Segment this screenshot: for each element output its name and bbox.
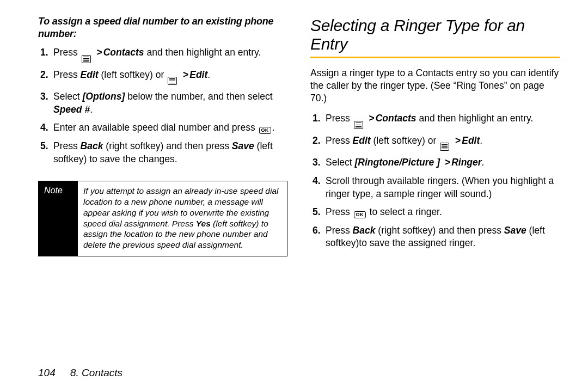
left-steps: 1.Press >Contacts and then highlight an … — [38, 46, 287, 171]
step-number: 2. — [313, 134, 321, 148]
note-body: If you attempt to assign an already in-u… — [78, 181, 287, 256]
menu-icon — [440, 143, 449, 151]
step-number: 2. — [40, 69, 48, 82]
step-item: 2.Press Edit (left softkey) or >Edit. — [38, 69, 287, 85]
chevron-right-icon: > — [369, 113, 374, 124]
step-number: 5. — [40, 140, 48, 153]
left-column: To assign a speed dial number to an exis… — [38, 15, 287, 381]
right-steps: 1.Press >Contacts and then highlight an … — [310, 112, 560, 255]
chevron-right-icon: > — [96, 47, 102, 58]
step-number: 5. — [313, 206, 321, 219]
chevron-right-icon: > — [445, 157, 450, 168]
section-label: 8. Contacts — [70, 367, 122, 378]
ok-icon: OK — [354, 211, 366, 218]
step-item: 2.Press Edit (left softkey) or >Edit. — [310, 134, 560, 151]
step-item: 1.Press >Contacts and then highlight an … — [310, 112, 560, 129]
step-number: 4. — [313, 175, 321, 188]
page-footer: 104 8. Contacts — [38, 367, 122, 379]
right-column: Selecting a Ringer Type for an Entry Ass… — [310, 15, 560, 381]
step-number: 4. — [40, 121, 48, 134]
step-number: 3. — [40, 90, 48, 103]
step-number: 1. — [40, 46, 48, 59]
step-number: 3. — [313, 156, 321, 169]
intro-paragraph: Assign a ringer type to a Contacts entry… — [310, 67, 560, 105]
step-number: 6. — [313, 224, 321, 237]
step-item: 3.Select [Options] below the number, and… — [38, 90, 287, 116]
menu-icon — [82, 55, 91, 63]
section-title: Selecting a Ringer Type for an Entry — [310, 16, 560, 53]
page-number: 104 — [38, 367, 56, 378]
note-label: Note — [39, 181, 78, 256]
step-item: 3.Select [Ringtone/Picture ] >Ringer. — [310, 156, 560, 169]
chevron-right-icon: > — [455, 135, 461, 146]
title-rule — [310, 57, 560, 58]
step-item: 5.Press Back (right softkey) and then pr… — [38, 140, 287, 166]
step-item: 4.Scroll through available ringers. (Whe… — [310, 175, 560, 200]
step-number: 1. — [313, 112, 321, 125]
step-item: 5.Press OK to select a ringer. — [310, 206, 560, 219]
chevron-right-icon: > — [183, 69, 188, 80]
note-box: Note If you attempt to assign an already… — [38, 181, 287, 256]
ok-icon: OK — [259, 127, 271, 134]
menu-icon — [354, 121, 363, 129]
step-item: 1.Press >Contacts and then highlight an … — [38, 46, 287, 63]
step-item: 4.Enter an available speed dial number a… — [38, 121, 287, 134]
left-subhead: To assign a speed dial number to an exis… — [38, 15, 287, 40]
step-item: 6.Press Back (right softkey) and then pr… — [310, 224, 560, 250]
menu-icon — [168, 77, 177, 85]
